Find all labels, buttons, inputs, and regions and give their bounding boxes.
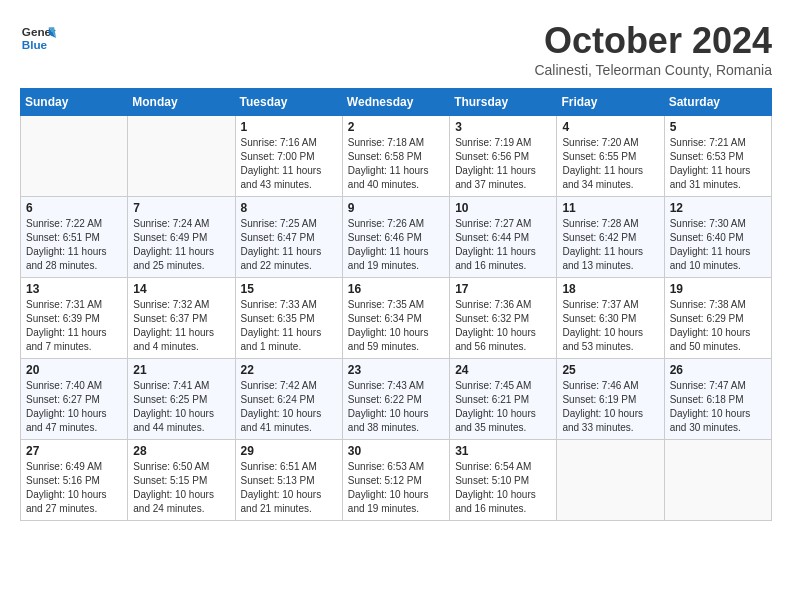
calendar-week-3: 13Sunrise: 7:31 AM Sunset: 6:39 PM Dayli… [21, 278, 772, 359]
calendar-week-5: 27Sunrise: 6:49 AM Sunset: 5:16 PM Dayli… [21, 440, 772, 521]
day-number: 2 [348, 120, 444, 134]
day-number: 10 [455, 201, 551, 215]
day-number: 14 [133, 282, 229, 296]
month-title: October 2024 [534, 20, 772, 62]
day-info: Sunrise: 7:26 AM Sunset: 6:46 PM Dayligh… [348, 217, 444, 273]
day-number: 24 [455, 363, 551, 377]
day-info: Sunrise: 7:40 AM Sunset: 6:27 PM Dayligh… [26, 379, 122, 435]
calendar-day: 22Sunrise: 7:42 AM Sunset: 6:24 PM Dayli… [235, 359, 342, 440]
day-info: Sunrise: 7:45 AM Sunset: 6:21 PM Dayligh… [455, 379, 551, 435]
day-info: Sunrise: 7:37 AM Sunset: 6:30 PM Dayligh… [562, 298, 658, 354]
day-number: 20 [26, 363, 122, 377]
day-info: Sunrise: 7:33 AM Sunset: 6:35 PM Dayligh… [241, 298, 337, 354]
day-info: Sunrise: 7:16 AM Sunset: 7:00 PM Dayligh… [241, 136, 337, 192]
day-number: 25 [562, 363, 658, 377]
day-info: Sunrise: 7:41 AM Sunset: 6:25 PM Dayligh… [133, 379, 229, 435]
weekday-header-saturday: Saturday [664, 89, 771, 116]
calendar-day: 12Sunrise: 7:30 AM Sunset: 6:40 PM Dayli… [664, 197, 771, 278]
day-number: 11 [562, 201, 658, 215]
day-info: Sunrise: 6:49 AM Sunset: 5:16 PM Dayligh… [26, 460, 122, 516]
page-header: General Blue October 2024 Calinesti, Tel… [20, 20, 772, 78]
weekday-header-friday: Friday [557, 89, 664, 116]
day-number: 29 [241, 444, 337, 458]
day-number: 28 [133, 444, 229, 458]
day-info: Sunrise: 6:54 AM Sunset: 5:10 PM Dayligh… [455, 460, 551, 516]
calendar-day: 28Sunrise: 6:50 AM Sunset: 5:15 PM Dayli… [128, 440, 235, 521]
calendar-day: 18Sunrise: 7:37 AM Sunset: 6:30 PM Dayli… [557, 278, 664, 359]
weekday-header-sunday: Sunday [21, 89, 128, 116]
calendar-day: 17Sunrise: 7:36 AM Sunset: 6:32 PM Dayli… [450, 278, 557, 359]
calendar-day: 6Sunrise: 7:22 AM Sunset: 6:51 PM Daylig… [21, 197, 128, 278]
day-info: Sunrise: 7:18 AM Sunset: 6:58 PM Dayligh… [348, 136, 444, 192]
day-info: Sunrise: 7:28 AM Sunset: 6:42 PM Dayligh… [562, 217, 658, 273]
weekday-header-monday: Monday [128, 89, 235, 116]
calendar-day: 2Sunrise: 7:18 AM Sunset: 6:58 PM Daylig… [342, 116, 449, 197]
day-info: Sunrise: 7:36 AM Sunset: 6:32 PM Dayligh… [455, 298, 551, 354]
day-info: Sunrise: 6:50 AM Sunset: 5:15 PM Dayligh… [133, 460, 229, 516]
day-info: Sunrise: 7:38 AM Sunset: 6:29 PM Dayligh… [670, 298, 766, 354]
calendar-day: 26Sunrise: 7:47 AM Sunset: 6:18 PM Dayli… [664, 359, 771, 440]
weekday-header-tuesday: Tuesday [235, 89, 342, 116]
day-number: 21 [133, 363, 229, 377]
day-number: 9 [348, 201, 444, 215]
calendar-day: 20Sunrise: 7:40 AM Sunset: 6:27 PM Dayli… [21, 359, 128, 440]
logo: General Blue [20, 20, 56, 56]
day-info: Sunrise: 7:19 AM Sunset: 6:56 PM Dayligh… [455, 136, 551, 192]
title-block: October 2024 Calinesti, Teleorman County… [534, 20, 772, 78]
day-number: 27 [26, 444, 122, 458]
day-number: 4 [562, 120, 658, 134]
calendar-day [664, 440, 771, 521]
calendar-week-2: 6Sunrise: 7:22 AM Sunset: 6:51 PM Daylig… [21, 197, 772, 278]
calendar-day: 27Sunrise: 6:49 AM Sunset: 5:16 PM Dayli… [21, 440, 128, 521]
day-number: 15 [241, 282, 337, 296]
calendar-header: SundayMondayTuesdayWednesdayThursdayFrid… [21, 89, 772, 116]
weekday-header-thursday: Thursday [450, 89, 557, 116]
day-info: Sunrise: 7:21 AM Sunset: 6:53 PM Dayligh… [670, 136, 766, 192]
day-info: Sunrise: 7:42 AM Sunset: 6:24 PM Dayligh… [241, 379, 337, 435]
calendar-day: 11Sunrise: 7:28 AM Sunset: 6:42 PM Dayli… [557, 197, 664, 278]
day-number: 26 [670, 363, 766, 377]
day-number: 7 [133, 201, 229, 215]
day-number: 18 [562, 282, 658, 296]
calendar-day: 25Sunrise: 7:46 AM Sunset: 6:19 PM Dayli… [557, 359, 664, 440]
calendar-week-1: 1Sunrise: 7:16 AM Sunset: 7:00 PM Daylig… [21, 116, 772, 197]
day-number: 12 [670, 201, 766, 215]
weekday-header-row: SundayMondayTuesdayWednesdayThursdayFrid… [21, 89, 772, 116]
day-number: 30 [348, 444, 444, 458]
day-number: 19 [670, 282, 766, 296]
calendar-day: 13Sunrise: 7:31 AM Sunset: 6:39 PM Dayli… [21, 278, 128, 359]
calendar-day: 31Sunrise: 6:54 AM Sunset: 5:10 PM Dayli… [450, 440, 557, 521]
calendar-day: 21Sunrise: 7:41 AM Sunset: 6:25 PM Dayli… [128, 359, 235, 440]
day-info: Sunrise: 7:43 AM Sunset: 6:22 PM Dayligh… [348, 379, 444, 435]
day-info: Sunrise: 7:46 AM Sunset: 6:19 PM Dayligh… [562, 379, 658, 435]
calendar-day: 3Sunrise: 7:19 AM Sunset: 6:56 PM Daylig… [450, 116, 557, 197]
calendar-day: 16Sunrise: 7:35 AM Sunset: 6:34 PM Dayli… [342, 278, 449, 359]
day-number: 5 [670, 120, 766, 134]
calendar-day: 30Sunrise: 6:53 AM Sunset: 5:12 PM Dayli… [342, 440, 449, 521]
calendar-table: SundayMondayTuesdayWednesdayThursdayFrid… [20, 88, 772, 521]
day-info: Sunrise: 7:25 AM Sunset: 6:47 PM Dayligh… [241, 217, 337, 273]
day-info: Sunrise: 7:30 AM Sunset: 6:40 PM Dayligh… [670, 217, 766, 273]
calendar-day [128, 116, 235, 197]
day-number: 17 [455, 282, 551, 296]
day-number: 8 [241, 201, 337, 215]
day-info: Sunrise: 7:32 AM Sunset: 6:37 PM Dayligh… [133, 298, 229, 354]
calendar-day [21, 116, 128, 197]
svg-text:Blue: Blue [22, 38, 48, 51]
day-info: Sunrise: 7:47 AM Sunset: 6:18 PM Dayligh… [670, 379, 766, 435]
day-info: Sunrise: 7:20 AM Sunset: 6:55 PM Dayligh… [562, 136, 658, 192]
calendar-day: 23Sunrise: 7:43 AM Sunset: 6:22 PM Dayli… [342, 359, 449, 440]
day-info: Sunrise: 7:24 AM Sunset: 6:49 PM Dayligh… [133, 217, 229, 273]
day-number: 6 [26, 201, 122, 215]
location-subtitle: Calinesti, Teleorman County, Romania [534, 62, 772, 78]
calendar-day [557, 440, 664, 521]
calendar-day: 7Sunrise: 7:24 AM Sunset: 6:49 PM Daylig… [128, 197, 235, 278]
logo-icon: General Blue [20, 20, 56, 56]
calendar-day: 24Sunrise: 7:45 AM Sunset: 6:21 PM Dayli… [450, 359, 557, 440]
day-number: 16 [348, 282, 444, 296]
day-number: 3 [455, 120, 551, 134]
weekday-header-wednesday: Wednesday [342, 89, 449, 116]
day-number: 13 [26, 282, 122, 296]
calendar-day: 5Sunrise: 7:21 AM Sunset: 6:53 PM Daylig… [664, 116, 771, 197]
day-number: 23 [348, 363, 444, 377]
